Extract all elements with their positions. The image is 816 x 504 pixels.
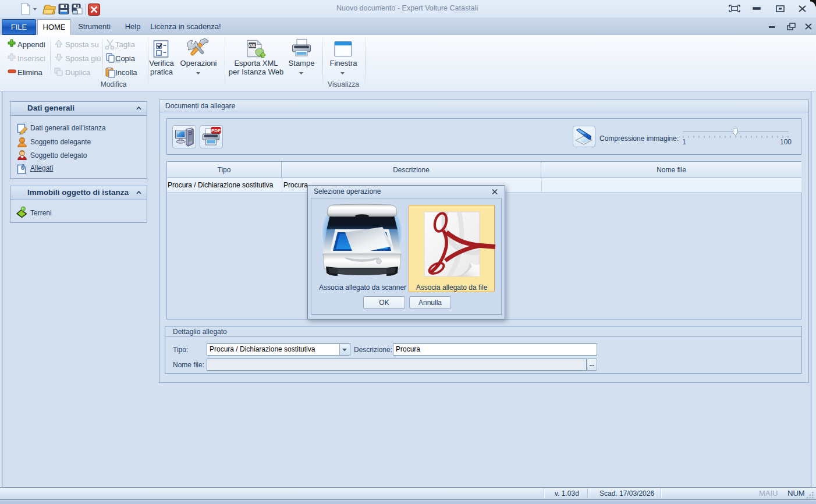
svg-text:XML: XML — [249, 44, 257, 48]
svg-text:PDF: PDF — [211, 128, 221, 133]
